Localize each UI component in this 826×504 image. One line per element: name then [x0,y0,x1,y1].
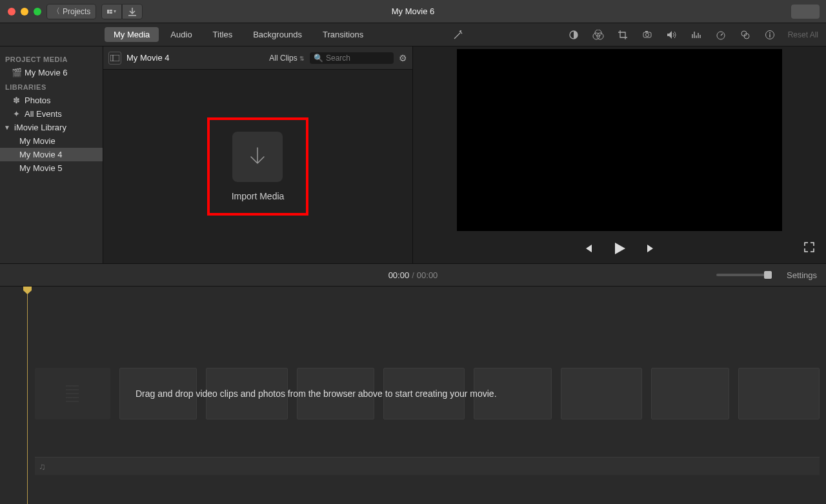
media-tabs: My Media Audio Titles Backgrounds Transi… [103,23,413,46]
clip-placeholder [206,368,287,419]
svg-rect-16 [110,55,119,61]
zoom-window-button[interactable] [34,8,41,15]
clip-placeholder [561,368,642,419]
media-browser: My Movie 4 All Clips ⇅ 🔍 ⚙ [103,46,413,263]
sidebar-header-libraries: LIBRARIES [0,79,103,94]
enhance-icon[interactable] [452,28,465,41]
titlebar: 〈Projects ▾ My Movie 6 [0,0,826,23]
sidebar-header-project-media: PROJECT MEDIA [0,52,103,66]
back-label: Projects [63,7,90,16]
color-balance-icon[interactable] [567,28,580,41]
search-input[interactable] [326,54,390,63]
next-button[interactable] [644,241,658,256]
play-button[interactable] [610,239,629,257]
sidebar-item-photos[interactable]: ✽ Photos [0,94,103,107]
import-media-button[interactable] [232,132,283,182]
zoom-knob[interactable] [764,271,772,279]
sidebar-item-imovie-library[interactable]: ▼ iMovie Library [0,121,103,134]
svg-point-8 [645,33,649,36]
sidebar: PROJECT MEDIA 🎬 My Movie 6 LIBRARIES ✽ P… [0,46,103,263]
tab-backgrounds[interactable]: Backgrounds [244,27,311,42]
svg-rect-0 [107,10,109,14]
fullscreen-button[interactable] [804,242,814,255]
total-time: 00:00 [417,270,438,280]
volume-icon[interactable] [665,28,678,41]
playhead-handle[interactable] [23,287,32,294]
flower-icon: ✽ [12,96,21,105]
sidebar-item-all-events[interactable]: ✦ All Events [0,107,103,121]
music-note-icon: ♫ [39,461,46,472]
speed-icon[interactable] [714,28,727,41]
color-correction-icon[interactable] [592,28,605,41]
playback-controls [413,234,826,263]
clip-placeholder [297,368,375,419]
clapper-icon: 🎬 [12,68,21,77]
sidebar-item-label: My Movie [19,136,55,146]
viewer-canvas [413,46,826,234]
import-button[interactable] [122,4,143,19]
close-window-button[interactable] [8,8,15,15]
window-controls [8,8,41,15]
sidebar-item-label: My Movie 4 [19,150,62,159]
sidebar-item-project[interactable]: 🎬 My Movie 6 [0,66,103,79]
clip-placeholder [738,368,820,419]
sidebar-item-event[interactable]: My Movie [0,134,103,148]
disclosure-triangle-icon[interactable]: ▼ [4,124,10,131]
search-icon: 🔍 [314,54,323,63]
back-to-projects-button[interactable]: 〈Projects [46,4,96,19]
clip-placeholder [383,368,465,419]
search-field[interactable]: 🔍 [310,52,394,64]
tab-audio[interactable]: Audio [161,27,201,42]
main-area: PROJECT MEDIA 🎬 My Movie 6 LIBRARIES ✽ P… [0,46,826,263]
preview-area [457,49,782,231]
video-track[interactable]: Drag and drop video clips and photos fro… [35,368,820,419]
svg-rect-9 [645,31,648,32]
import-media-label: Import Media [232,191,285,201]
tab-my-media[interactable]: My Media [105,27,159,42]
view-mode-button[interactable]: ▾ [101,4,122,19]
svg-rect-15 [769,34,770,37]
sidebar-item-event[interactable]: My Movie 4 [0,148,103,161]
svg-point-14 [769,32,771,34]
clip-placeholder [119,368,197,419]
browser-event-title: My Movie 4 [126,53,169,63]
viewer [413,46,826,263]
star-icon: ✦ [12,109,21,119]
sidebar-item-label: My Movie 5 [19,163,62,173]
sidebar-item-label: Photos [25,96,50,105]
sidebar-item-event[interactable]: My Movie 5 [0,161,103,175]
info-icon[interactable] [763,28,776,41]
stabilization-icon[interactable] [641,28,654,41]
tab-titles[interactable]: Titles [204,27,242,42]
clip-filter-icon[interactable] [739,28,752,41]
playhead[interactable] [27,287,28,504]
tabstrip: My Media Audio Titles Backgrounds Transi… [0,23,826,46]
crop-icon[interactable] [616,28,629,41]
toggle-sidebar-button[interactable] [108,52,121,65]
adjust-toolbar: Reset All [413,23,826,46]
sidebar-item-label: My Movie 6 [25,68,67,77]
browser-body: Import Media [103,70,412,263]
browser-settings-button[interactable]: ⚙ [399,53,407,63]
sidebar-item-label: All Events [25,109,62,119]
minimize-window-button[interactable] [21,8,28,15]
svg-rect-1 [110,10,113,12]
share-button[interactable] [791,5,820,19]
svg-rect-2 [110,12,113,14]
window-title: My Movie 6 [392,6,434,16]
download-arrow-icon [245,144,270,170]
tutorial-highlight: Import Media [207,117,309,216]
timecode-bar: 00:00 / 00:00 Settings [0,263,826,287]
noise-reduction-icon[interactable] [690,28,703,41]
timeline[interactable]: Drag and drop video clips and photos fro… [0,287,826,504]
zoom-slider[interactable] [716,274,768,276]
previous-button[interactable] [581,241,595,256]
audio-track[interactable]: ♫ [35,457,820,475]
clip-filter-dropdown[interactable]: All Clips ⇅ [269,54,305,63]
timeline-settings-button[interactable]: Settings [787,270,817,280]
current-time: 00:00 [388,270,410,280]
browser-header: My Movie 4 All Clips ⇅ 🔍 ⚙ [103,46,412,70]
clip-placeholder [474,368,552,419]
tab-transitions[interactable]: Transitions [314,27,372,42]
reset-all-button[interactable]: Reset All [788,30,818,39]
